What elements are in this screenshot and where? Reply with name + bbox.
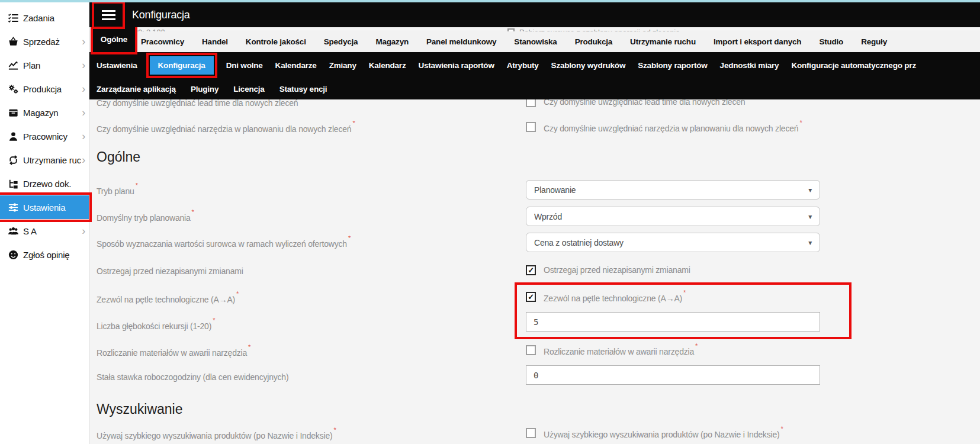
field-label-fixed-rate: Stała stawka roboczogodziny (dla cen ewi… [97,372,288,382]
sliders-icon [8,202,23,213]
tools-field: ✓ Czy domyślnie uwzględniać narzędzia w … [526,122,802,133]
tab-kontrole-jakosci[interactable]: Kontrole jakości [246,37,306,46]
tab-ustawienia[interactable]: Ustawienia [97,61,137,70]
fixed-rate-input[interactable] [526,365,820,385]
tab-jednostki-miary[interactable]: Jednostki miary [720,61,779,70]
tab-handel[interactable]: Handel [202,37,228,46]
field-label-lead-time: Czy domyślnie uwzględniać lead time dla … [97,98,298,108]
person-icon [8,131,23,142]
checkbox-label: Rozliczanie materiałów w awarii narzędzi… [544,345,698,356]
sidebar-item-label: Zgłoś opinię [23,250,85,260]
tab-konfiguracja-active[interactable]: Konfiguracja [150,56,214,75]
sidebar-item-s-a[interactable]: S A › [0,219,89,243]
tools-checkbox[interactable]: ✓ [526,122,536,132]
tab-pracownicy[interactable]: Pracownicy [141,37,184,46]
section-heading-search: Wyszukiwanie [97,401,183,417]
tool-failure-checkbox[interactable]: ✓ [526,345,536,355]
tab-reguly[interactable]: Reguły [861,37,887,46]
chevron-right-icon: › [82,107,85,118]
sidebar-item-plan[interactable]: Plan › [0,53,89,77]
settings-tab-row-2: Zarządzanie aplikacją Pluginy Licencja S… [89,79,980,99]
check-icon: ✓ [528,266,534,274]
field-label-tools: Czy domyślnie uwzględniać narzędzia w pl… [97,123,355,134]
clipped-content-strip: 100: 3 100 Pobierz surowce z szablonu op… [89,27,980,31]
chevron-right-icon: › [82,60,85,70]
tab-zmiany[interactable]: Zmiany [329,61,356,70]
hamburger-menu-icon[interactable] [95,4,122,26]
sidebar-item-sprzedaz[interactable]: Sprzedaż › [0,30,89,53]
chevron-right-icon: › [82,226,85,236]
tab-kalendarze[interactable]: Kalendarze [275,61,317,70]
selected-value: Wprzód [534,212,808,221]
plan-mode-select[interactable]: Planowanie ▾ [526,180,820,200]
sidebar-item-label: Pracownicy [23,131,81,141]
raw-material-value-select[interactable]: Cena z ostatniej dostawy ▾ [526,233,820,252]
smiley-icon [8,249,23,260]
tab-statusy-encji[interactable]: Statusy encji [279,85,327,94]
tab-studio[interactable]: Studio [819,37,843,46]
tab-stanowiska[interactable]: Stanowiska [514,37,557,46]
sidebar-item-utrzymanie-ruchu[interactable]: Utrzymanie ruchu › [0,148,89,172]
field-label-loops: Zezwól na pętle technologiczne (A→A)* [97,293,239,304]
checkbox-label: Używaj szybkiego wyszukiwania produktów … [544,428,783,439]
checkbox-label: Czy domyślnie uwzględniać narzędzia w pl… [544,122,802,133]
tab-kalendarz[interactable]: Kalendarz [369,61,406,70]
field-label-raw-value: Sposób wyznaczania wartości surowca w ra… [97,237,351,249]
sidebar-item-zglos-opinie[interactable]: Zgłoś opinię [0,243,89,266]
recursion-depth-input[interactable] [526,312,820,332]
tab-ogolne-active[interactable]: Ogólne [93,27,135,52]
tab-dni-wolne[interactable]: Dni wolne [226,61,263,70]
sidebar-item-label: Magazyn [23,108,81,118]
sidebar: Zadania Sprzedaż › Plan › Produkcja › Ma… [0,2,89,444]
quick-search-checkbox[interactable]: ✓ [526,428,536,438]
sidebar-item-drzewo-dok[interactable]: Drzewo dok. [0,172,89,195]
loops-field: ✓ Zezwól na pętle technologiczne (A→A)* [526,292,686,303]
field-label-plan-mode: Tryb planu* [97,185,138,196]
sidebar-item-label: Ustawienia [23,202,85,213]
field-label-planning-dir: Domyślny tryb planowania* [97,211,194,223]
planning-direction-select[interactable]: Wprzód ▾ [526,207,820,226]
tab-licencja[interactable]: Licencja [233,85,264,94]
tab-pluginy[interactable]: Pluginy [191,85,219,94]
page-title: Konfiguracja [132,9,190,21]
field-label-tool-failure: Rozliczanie materiałów w awarii narzędzi… [97,346,250,358]
field-label-quick-search: Używaj szybkiego wyszukiwania produktów … [97,429,336,440]
tab-spedycja[interactable]: Spedycja [324,37,358,46]
tab-magazyn[interactable]: Magazyn [375,37,409,46]
checkbox-label: Ostrzegaj przed niezapisanymi zmianami [544,265,690,275]
tab-atrybuty[interactable]: Atrybuty [507,61,539,70]
sidebar-item-label: S A [23,226,81,236]
tree-icon [8,178,23,189]
tab-import-eksport[interactable]: Import i eksport danych [714,37,801,46]
sidebar-item-label: Drzewo dok. [23,179,85,189]
tab-utrzymanie-ruchu[interactable]: Utrzymanie ruchu [630,37,696,46]
chevron-right-icon: › [82,36,85,47]
chevron-down-icon: ▾ [808,186,812,194]
settings-tab-panel: Ustawienia Konfiguracja Dni wolne Kalend… [89,52,980,99]
tab-szablony-wydrukow[interactable]: Szablony wydruków [551,61,626,70]
quick-search-field: ✓ Używaj szybkiego wyszukiwania produktó… [526,428,783,439]
sidebar-item-pracownicy[interactable]: Pracownicy › [0,124,89,148]
tab-zarzadzanie-aplikacja[interactable]: Zarządzanie aplikacją [97,85,176,94]
chevron-right-icon: › [82,155,85,165]
tasks-icon [8,12,23,24]
sidebar-item-produkcja[interactable]: Produkcja › [0,77,89,101]
people-icon [8,226,23,237]
field-label-warn-unsaved: Ostrzegaj przed niezapisanymi zmianami [97,266,243,276]
tab-szablony-raportow[interactable]: Szablony raportów [638,61,707,70]
sidebar-item-zadania[interactable]: Zadania [0,6,89,30]
tab-produkcja[interactable]: Produkcja [575,37,612,46]
loops-checkbox[interactable]: ✓ [526,292,536,302]
chevron-right-icon: › [82,131,85,141]
warn-unsaved-checkbox[interactable]: ✓ [526,265,536,275]
tool-failure-field: ✓ Rozliczanie materiałów w awarii narzęd… [526,345,698,356]
module-tab-bar: Pracownicy Handel Kontrole jakości Spedy… [89,31,980,52]
chevron-down-icon: ▾ [808,239,812,247]
tab-panel-meldunkowy[interactable]: Panel meldunkowy [426,37,496,46]
sidebar-item-ustawienia[interactable]: Ustawienia [0,195,89,219]
tab-ustawienia-raportow[interactable]: Ustawienia raportów [418,61,494,70]
checkbox-label: Zezwól na pętle technologiczne (A→A)* [544,292,686,303]
selected-value: Planowanie [534,185,808,195]
sidebar-item-magazyn[interactable]: Magazyn › [0,101,89,124]
tab-konfiguracje-automatycznego[interactable]: Konfiguracje automatycznego prz [791,61,916,70]
